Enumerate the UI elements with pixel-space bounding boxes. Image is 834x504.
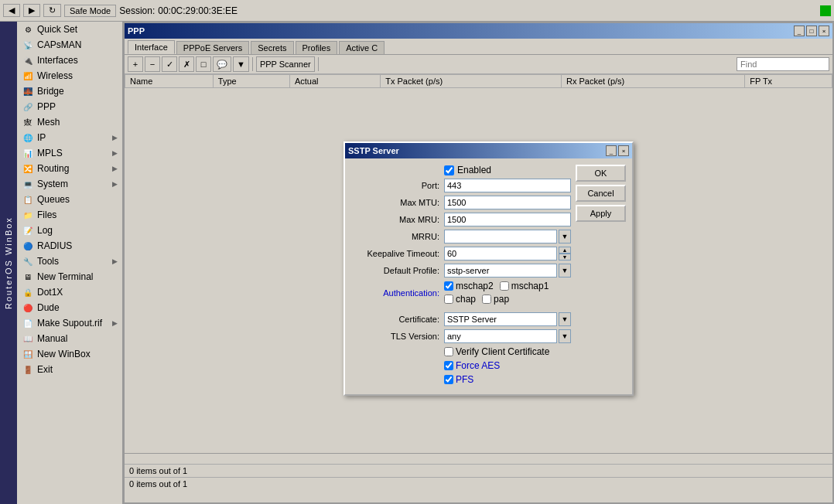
sidebar-item-files[interactable]: 📁 Files: [17, 207, 122, 223]
pfs-label: PFS: [456, 374, 473, 385]
sidebar-item-ip[interactable]: 🌐 IP: [17, 130, 122, 145]
pap-checkbox-item[interactable]: pap: [482, 294, 509, 305]
sidebar-item-routing[interactable]: 🔀 Routing: [17, 161, 122, 176]
sidebar-label-log: Log: [37, 225, 53, 236]
default-profile-dropdown-button[interactable]: ▼: [559, 264, 571, 278]
mschap2-checkbox[interactable]: [444, 281, 453, 291]
sidebar-label-exit: Exit: [37, 364, 53, 375]
default-profile-label: Default Profile:: [351, 266, 444, 275]
cancel-button[interactable]: Cancel: [576, 185, 626, 202]
sidebar-item-queues[interactable]: 📋 Queues: [17, 192, 122, 207]
sidebar-item-new-winbox[interactable]: 🪟 New WinBox: [17, 346, 122, 362]
sidebar-item-exit[interactable]: 🚪 Exit: [17, 362, 122, 377]
sstp-form: Enabled Port: Max MTU:: [351, 165, 571, 388]
apply-button[interactable]: Apply: [576, 205, 626, 222]
sidebar-item-mesh[interactable]: 🕸 Mesh: [17, 114, 122, 130]
force-aes-label: Force AES: [456, 360, 500, 371]
back-button[interactable]: ◀: [3, 4, 20, 17]
new-terminal-icon: 🖥: [22, 271, 34, 283]
sidebar-label-make-supout: Make Supout.rif: [37, 318, 102, 329]
sidebar-item-capsman[interactable]: 📡 CAPsMAN: [17, 37, 122, 53]
refresh-button[interactable]: ↻: [43, 4, 61, 17]
sidebar-label-queues: Queues: [37, 194, 70, 205]
tls-version-dropdown-button[interactable]: ▼: [559, 329, 571, 343]
sstp-close-button[interactable]: ×: [618, 145, 629, 156]
exit-icon: 🚪: [22, 363, 34, 376]
force-aes-item[interactable]: Force AES: [444, 360, 500, 371]
mschap2-checkbox-item[interactable]: mschap2: [444, 281, 494, 291]
tls-version-input[interactable]: [444, 329, 557, 343]
max-mru-row: Max MRU:: [351, 213, 571, 226]
sidebar-label-system: System: [37, 179, 68, 189]
pfs-row: PFS: [351, 374, 571, 385]
sidebar-item-radius[interactable]: 🔵 RADIUS: [17, 238, 122, 254]
chap-checkbox-item[interactable]: chap: [444, 294, 476, 305]
tools-icon: 🔧: [22, 255, 34, 267]
pap-checkbox[interactable]: [482, 295, 491, 304]
session-value: 00:0C:29:00:3E:EE: [158, 5, 238, 16]
interfaces-icon: 🔌: [22, 54, 34, 66]
verify-client-cert-row: Verify Client Certificate: [351, 346, 571, 357]
port-input[interactable]: [444, 179, 571, 192]
sidebar-item-interfaces[interactable]: 🔌 Interfaces: [17, 53, 122, 68]
verify-client-cert-checkbox[interactable]: [444, 347, 453, 356]
sidebar-item-dot1x[interactable]: 🔒 Dot1X: [17, 284, 122, 300]
ok-button[interactable]: OK: [576, 165, 626, 182]
keepalive-row: Keepalive Timeout: ▲ ▼: [351, 247, 571, 261]
mschap1-checkbox[interactable]: [500, 281, 509, 291]
manual-icon: 📖: [22, 332, 34, 345]
keepalive-down-button[interactable]: ▼: [559, 254, 571, 261]
files-icon: 📁: [22, 209, 34, 221]
enabled-checkbox[interactable]: [444, 165, 454, 175]
make-supout-icon: 📄: [22, 317, 34, 329]
max-mtu-row: Max MTU:: [351, 196, 571, 209]
authentication-label: Authentication:: [351, 288, 444, 298]
sidebar-item-log[interactable]: 📝 Log: [17, 223, 122, 238]
sidebar-item-new-terminal[interactable]: 🖥 New Terminal: [17, 269, 122, 284]
mrru-dropdown-button[interactable]: ▼: [559, 230, 571, 243]
max-mru-input[interactable]: [444, 213, 571, 226]
connection-indicator: [820, 5, 831, 16]
chap-label: chap: [456, 294, 476, 305]
sidebar-item-wireless[interactable]: 📶 Wireless: [17, 68, 122, 83]
sidebar-item-quick-set[interactable]: ⚙ Quick Set: [17, 22, 122, 37]
sidebar-item-tools[interactable]: 🔧 Tools: [17, 254, 122, 269]
keepalive-up-button[interactable]: ▲: [559, 247, 571, 254]
default-profile-input[interactable]: [444, 264, 557, 278]
mpls-icon: 📊: [22, 147, 34, 159]
sstp-titlebar-buttons: _ ×: [606, 145, 629, 156]
sidebar-label-interfaces: Interfaces: [37, 55, 78, 66]
radius-icon: 🔵: [22, 240, 34, 252]
pfs-item[interactable]: PFS: [444, 374, 473, 385]
modal-actions: OK Cancel Apply: [576, 165, 626, 388]
sidebar-item-manual[interactable]: 📖 Manual: [17, 331, 122, 346]
keepalive-input[interactable]: [444, 247, 557, 261]
max-mtu-input[interactable]: [444, 196, 571, 209]
sidebar-label-tools: Tools: [37, 256, 59, 267]
sidebar-label-dot1x: Dot1X: [37, 287, 63, 298]
mschap2-label: mschap2: [456, 281, 494, 291]
mrru-input[interactable]: [444, 230, 557, 243]
sidebar-item-bridge[interactable]: 🌉 Bridge: [17, 83, 122, 99]
sidebar-item-dude[interactable]: 🔴 Dude: [17, 300, 122, 315]
safe-mode-button[interactable]: Safe Mode: [64, 5, 116, 17]
verify-client-cert-item[interactable]: Verify Client Certificate: [444, 346, 549, 357]
certificate-input[interactable]: [444, 312, 557, 326]
enabled-row: Enabled: [351, 165, 571, 175]
sidebar-item-ppp[interactable]: 🔗 PPP: [17, 99, 122, 114]
sidebar-item-mpls[interactable]: 📊 MPLS: [17, 145, 122, 161]
chap-checkbox[interactable]: [444, 295, 453, 304]
quick-set-icon: ⚙: [22, 23, 34, 36]
sstp-minimize-button[interactable]: _: [606, 145, 617, 156]
port-label: Port:: [351, 181, 444, 190]
sidebar-item-system[interactable]: 💻 System: [17, 176, 122, 192]
mrru-row: MRRU: ▼: [351, 230, 571, 243]
forward-button[interactable]: ▶: [23, 4, 40, 17]
system-icon: 💻: [22, 178, 34, 190]
certificate-dropdown-button[interactable]: ▼: [559, 312, 571, 326]
mschap1-checkbox-item[interactable]: mschap1: [500, 281, 549, 291]
modal-overlay: SSTP Server _ × Enabled: [123, 22, 834, 504]
force-aes-checkbox[interactable]: [444, 361, 453, 370]
sidebar-item-make-supout[interactable]: 📄 Make Supout.rif: [17, 315, 122, 331]
pfs-checkbox[interactable]: [444, 375, 453, 384]
